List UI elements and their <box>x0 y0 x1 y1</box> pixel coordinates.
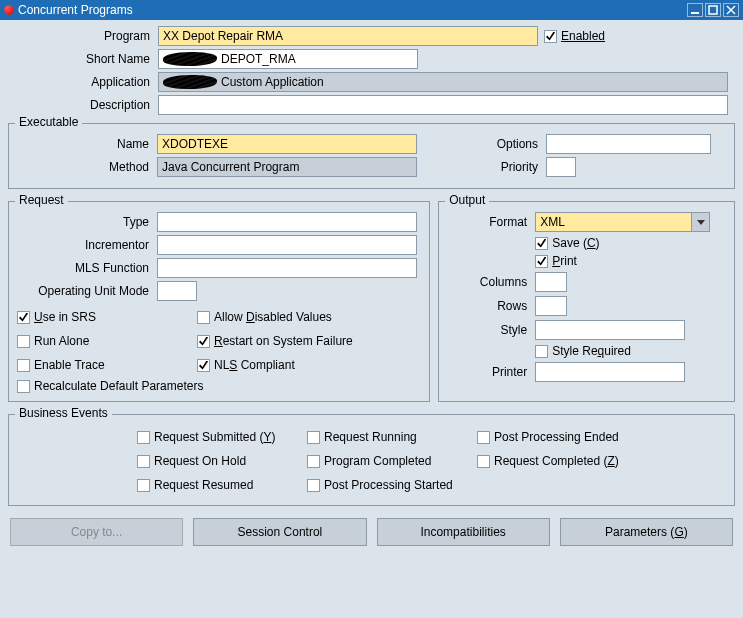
application-input[interactable]: Custom Application <box>158 72 728 92</box>
output-fieldset: Output FormatXML Save (C) Print Columns … <box>438 201 735 402</box>
pp-started-checkbox[interactable]: Post Processing Started <box>307 473 477 497</box>
printer-label: Printer <box>447 365 535 379</box>
session-control-button[interactable]: Session Control <box>193 518 366 546</box>
description-label: Description <box>8 98 158 112</box>
oum-label: Operating Unit Mode <box>17 284 157 298</box>
columns-label: Columns <box>447 275 535 289</box>
short-name-input[interactable]: DEPOT_RMA <box>158 49 418 69</box>
program-completed-checkbox[interactable]: Program Completed <box>307 449 477 473</box>
exec-method-value: Java Concurrent Program <box>162 160 299 174</box>
minimize-button[interactable] <box>687 3 703 17</box>
format-select[interactable]: XML <box>535 212 710 232</box>
request-resumed-checkbox[interactable]: Request Resumed <box>137 473 307 497</box>
short-name-label: Short Name <box>8 52 158 66</box>
application-value: Custom Application <box>221 75 324 89</box>
restart-checkbox[interactable]: Restart on System Failure <box>197 329 417 353</box>
request-running-checkbox[interactable]: Request Running <box>307 425 477 449</box>
window-controls <box>687 3 739 17</box>
application-label: Application <box>8 75 158 89</box>
incrementor-label: Incrementor <box>17 238 157 252</box>
rows-input[interactable] <box>535 296 567 316</box>
print-checkbox[interactable]: Print <box>535 254 577 268</box>
titlebar: Concurrent Programs <box>0 0 743 20</box>
redacted-icon <box>163 52 217 66</box>
button-row: Copy to... Session Control Incompatibili… <box>8 510 735 554</box>
short-name-value: DEPOT_RMA <box>221 52 296 66</box>
executable-legend: Executable <box>15 115 82 129</box>
type-input[interactable] <box>157 212 417 232</box>
options-label: Options <box>436 137 546 151</box>
recalculate-checkbox[interactable]: Recalculate Default Parameters <box>17 379 421 393</box>
incrementor-input[interactable] <box>157 235 417 255</box>
priority-label: Priority <box>436 160 546 174</box>
pp-ended-checkbox[interactable]: Post Processing Ended <box>477 425 647 449</box>
save-checkbox[interactable]: Save (C) <box>535 236 599 250</box>
style-input[interactable] <box>535 320 685 340</box>
rows-label: Rows <box>447 299 535 313</box>
request-legend: Request <box>15 193 68 207</box>
content: Program XX Depot Repair RMA Enabled Shor… <box>0 20 743 562</box>
oum-input[interactable] <box>157 281 197 301</box>
style-required-checkbox[interactable]: Style Required <box>535 344 631 358</box>
format-value: XML <box>540 215 565 229</box>
window: Concurrent Programs Program XX Depot Rep… <box>0 0 743 618</box>
priority-input[interactable] <box>546 157 576 177</box>
oracle-icon <box>4 5 14 15</box>
request-fieldset: Request Type Incrementor MLS Function Op… <box>8 201 430 402</box>
copy-to-button: Copy to... <box>10 518 183 546</box>
mls-label: MLS Function <box>17 261 157 275</box>
parameters-button[interactable]: Parameters (G) <box>560 518 733 546</box>
executable-fieldset: Executable Name XDODTEXE Method Java Con… <box>8 123 735 189</box>
exec-method-label: Method <box>17 160 157 174</box>
enabled-box <box>544 30 557 43</box>
printer-input[interactable] <box>535 362 685 382</box>
maximize-button[interactable] <box>705 3 721 17</box>
business-events-legend: Business Events <box>15 406 112 420</box>
program-value: XX Depot Repair RMA <box>163 29 283 43</box>
output-legend: Output <box>445 193 489 207</box>
program-label: Program <box>8 29 158 43</box>
exec-name-value: XDODTEXE <box>162 137 228 151</box>
request-submitted-checkbox[interactable]: Request Submitted (Y) <box>137 425 307 449</box>
program-input[interactable]: XX Depot Repair RMA <box>158 26 538 46</box>
close-button[interactable] <box>723 3 739 17</box>
style-label: Style <box>447 323 535 337</box>
exec-method-input: Java Concurrent Program <box>157 157 417 177</box>
window-title: Concurrent Programs <box>18 0 687 20</box>
columns-input[interactable] <box>535 272 567 292</box>
request-on-hold-checkbox[interactable]: Request On Hold <box>137 449 307 473</box>
dropdown-icon <box>691 213 709 231</box>
nls-compliant-checkbox[interactable]: NLS Compliant <box>197 353 417 377</box>
enabled-checkbox[interactable]: Enabled <box>544 29 605 43</box>
run-alone-checkbox[interactable]: Run Alone <box>17 329 197 353</box>
description-input[interactable] <box>158 95 728 115</box>
options-input[interactable] <box>546 134 711 154</box>
incompatibilities-button[interactable]: Incompatibilities <box>377 518 550 546</box>
business-events-fieldset: Business Events Request Submitted (Y) Re… <box>8 414 735 506</box>
redacted-icon <box>163 75 217 89</box>
type-label: Type <box>17 215 157 229</box>
allow-disabled-checkbox[interactable]: Allow Disabled Values <box>197 305 417 329</box>
enable-trace-checkbox[interactable]: Enable Trace <box>17 353 197 377</box>
format-label: Format <box>447 215 535 229</box>
exec-name-label: Name <box>17 137 157 151</box>
mls-input[interactable] <box>157 258 417 278</box>
request-completed-checkbox[interactable]: Request Completed (Z) <box>477 449 647 473</box>
exec-name-input[interactable]: XDODTEXE <box>157 134 417 154</box>
enabled-label: Enabled <box>561 29 605 43</box>
svg-rect-1 <box>709 6 717 14</box>
use-in-srs-checkbox[interactable]: Use in SRS <box>17 305 197 329</box>
